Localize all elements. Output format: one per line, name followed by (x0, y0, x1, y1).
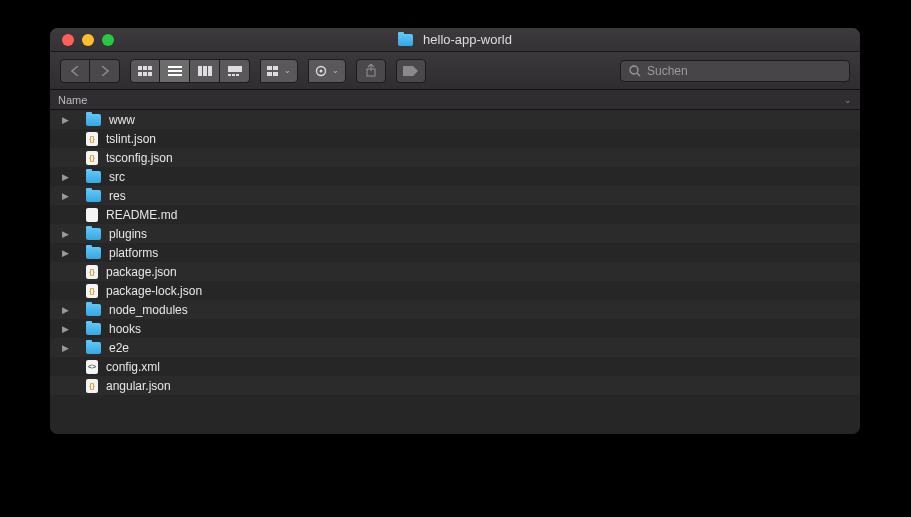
item-name: tslint.json (106, 132, 156, 146)
list-item[interactable]: {}tsconfig.json (50, 148, 860, 167)
json-file-icon: {} (86, 151, 98, 165)
item-name: res (109, 189, 126, 203)
tag-icon (403, 66, 419, 76)
share-icon (365, 64, 377, 77)
xml-file-icon: <> (86, 360, 98, 374)
svg-rect-12 (228, 66, 242, 72)
item-name: package-lock.json (106, 284, 202, 298)
minimize-window-button[interactable] (82, 34, 94, 46)
list-item[interactable]: {}tslint.json (50, 129, 860, 148)
svg-rect-19 (273, 72, 278, 76)
list-item[interactable]: <>config.xml (50, 357, 860, 376)
svg-rect-0 (138, 66, 142, 70)
folder-icon (86, 304, 101, 316)
share-button[interactable] (356, 59, 386, 83)
gear-icon (315, 65, 329, 77)
item-name: e2e (109, 341, 129, 355)
column-header-row: Name ⌄ (50, 90, 860, 110)
disclosure-triangle-icon[interactable]: ▶ (60, 191, 70, 201)
svg-rect-14 (232, 74, 235, 76)
nav-buttons (60, 59, 120, 83)
disclosure-triangle-icon[interactable]: ▶ (60, 248, 70, 258)
svg-rect-18 (267, 72, 272, 76)
tags-button[interactable] (396, 59, 426, 83)
disclosure-triangle-icon[interactable]: ▶ (60, 229, 70, 239)
json-file-icon: {} (86, 379, 98, 393)
list-item[interactable]: ▶platforms (50, 243, 860, 262)
svg-rect-2 (148, 66, 152, 70)
gallery-view-button[interactable] (220, 59, 250, 83)
arrange-group: ⌄ (260, 59, 298, 83)
svg-rect-9 (198, 66, 202, 76)
svg-rect-4 (143, 72, 147, 76)
disclosure-triangle-icon[interactable]: ▶ (60, 343, 70, 353)
item-name: config.xml (106, 360, 160, 374)
toolbar: ⌄ ⌄ Suchen (50, 52, 860, 90)
disclosure-triangle-icon[interactable]: ▶ (60, 115, 70, 125)
svg-rect-1 (143, 66, 147, 70)
svg-rect-3 (138, 72, 142, 76)
svg-rect-8 (168, 74, 182, 76)
action-group: ⌄ (308, 59, 346, 83)
finder-window: hello-app-world (50, 28, 860, 434)
folder-icon (86, 228, 101, 240)
svg-point-23 (630, 66, 638, 74)
chevron-down-icon[interactable]: ⌄ (844, 95, 852, 105)
search-field[interactable]: Suchen (620, 60, 850, 82)
list-item[interactable]: ▶plugins (50, 224, 860, 243)
window-controls (62, 34, 114, 46)
svg-point-21 (320, 69, 323, 72)
action-menu-button[interactable]: ⌄ (308, 59, 346, 83)
window-title: hello-app-world (423, 32, 512, 47)
item-name: platforms (109, 246, 158, 260)
chevron-right-icon (100, 66, 109, 76)
disclosure-triangle-icon[interactable]: ▶ (60, 324, 70, 334)
folder-icon (86, 342, 101, 354)
arrange-button[interactable]: ⌄ (260, 59, 298, 83)
svg-line-24 (637, 73, 640, 76)
svg-rect-10 (203, 66, 207, 76)
close-window-button[interactable] (62, 34, 74, 46)
item-name: package.json (106, 265, 177, 279)
back-button[interactable] (60, 59, 90, 83)
folder-icon (86, 114, 101, 126)
json-file-icon: {} (86, 265, 98, 279)
list-item[interactable]: ▶res (50, 186, 860, 205)
folder-icon (86, 247, 101, 259)
list-item[interactable]: {}package.json (50, 262, 860, 281)
list-item[interactable]: {}angular.json (50, 376, 860, 395)
icon-view-icon (138, 66, 152, 76)
list-item[interactable]: ▶hooks (50, 319, 860, 338)
json-file-icon: {} (86, 132, 98, 146)
svg-rect-13 (228, 74, 231, 76)
disclosure-triangle-icon[interactable]: ▶ (60, 172, 70, 182)
list-item[interactable]: ▶node_modules (50, 300, 860, 319)
list-item[interactable]: ▶www (50, 110, 860, 129)
arrange-icon (267, 66, 281, 76)
list-item[interactable]: ▶e2e (50, 338, 860, 357)
list-view-button[interactable] (160, 59, 190, 83)
item-name: www (109, 113, 135, 127)
json-file-icon: {} (86, 284, 98, 298)
list-item[interactable]: ▶src (50, 167, 860, 186)
folder-icon (86, 171, 101, 183)
file-list[interactable]: ▶www{}tslint.json{}tsconfig.json▶src▶res… (50, 110, 860, 434)
column-view-button[interactable] (190, 59, 220, 83)
item-name: angular.json (106, 379, 171, 393)
column-header-name[interactable]: Name (58, 94, 87, 106)
svg-rect-6 (168, 66, 182, 68)
svg-rect-15 (236, 74, 239, 76)
item-name: src (109, 170, 125, 184)
folder-icon (86, 190, 101, 202)
window-title-area: hello-app-world (50, 32, 860, 47)
svg-rect-16 (267, 66, 272, 70)
list-item[interactable]: README.md (50, 205, 860, 224)
folder-icon (86, 323, 101, 335)
forward-button[interactable] (90, 59, 120, 83)
icon-view-button[interactable] (130, 59, 160, 83)
list-item[interactable]: {}package-lock.json (50, 281, 860, 300)
zoom-window-button[interactable] (102, 34, 114, 46)
chevron-left-icon (71, 66, 80, 76)
disclosure-triangle-icon[interactable]: ▶ (60, 305, 70, 315)
svg-rect-17 (273, 66, 278, 70)
